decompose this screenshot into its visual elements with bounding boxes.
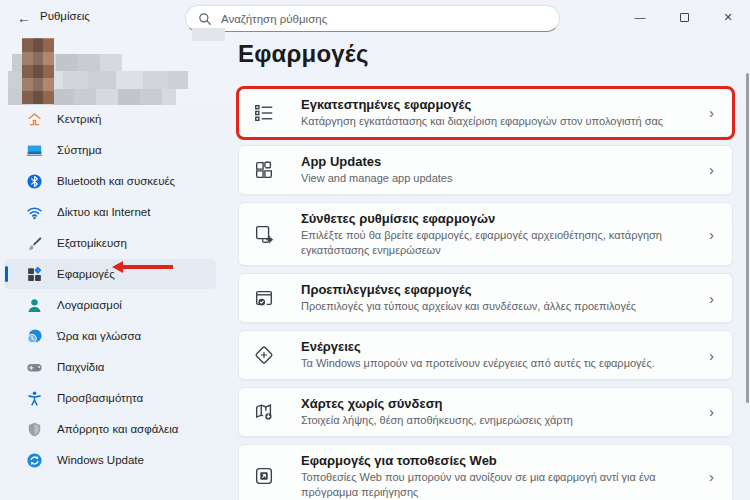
card-text: App Updates View and manage app updates bbox=[301, 154, 709, 186]
settings-window: { "window": { "title": "Ρυθμίσεις", "bac… bbox=[0, 0, 750, 500]
actions-icon bbox=[253, 344, 275, 366]
advanced-app-settings-icon bbox=[253, 223, 275, 245]
home-icon bbox=[26, 111, 43, 128]
main-content: Εφαρμογές Εγκατεστημένες εφαρμογές Κατάρ… bbox=[238, 40, 733, 500]
card-app-updates[interactable]: App Updates View and manage app updates … bbox=[238, 145, 733, 195]
close-button[interactable]: ✕ bbox=[706, 0, 750, 34]
sidebar-item-label: Απόρρητο και ασφάλεια bbox=[57, 423, 178, 435]
card-subtitle: Κατάργηση εγκατάστασης και διαχείριση εφ… bbox=[301, 114, 689, 129]
card-title: Ενέργειες bbox=[301, 339, 689, 354]
default-apps-icon bbox=[253, 287, 275, 309]
card-subtitle: Τοποθεσίες Web που μπορούν να ανοίξουν σ… bbox=[301, 470, 689, 500]
minimize-button[interactable]: — bbox=[618, 0, 662, 34]
sidebar-nav: Κεντρική Σύστημα Bluetooth και συσκευές … bbox=[0, 104, 220, 476]
card-title: Εγκατεστημένες εφαρμογές bbox=[301, 97, 689, 112]
installed-apps-icon bbox=[253, 102, 275, 124]
bluetooth-icon bbox=[26, 173, 43, 190]
sidebar-item-accounts[interactable]: Λογαριασμοί bbox=[4, 290, 216, 320]
sidebar-item-privacy-security[interactable]: Απόρρητο και ασφάλεια bbox=[4, 414, 216, 444]
privacy-shield-icon bbox=[26, 421, 43, 438]
sidebar-item-label: Σύστημα bbox=[57, 144, 102, 156]
card-actions[interactable]: Ενέργειες Τα Windows μπορούν να προτείνο… bbox=[238, 330, 733, 380]
card-text: Χάρτες χωρίς σύνδεση Στοιχεία λήψης, θέσ… bbox=[301, 396, 709, 428]
page-title: Εφαρμογές bbox=[238, 40, 733, 68]
titlebar: ← Ρυθμίσεις — ✕ bbox=[0, 0, 750, 36]
back-button[interactable]: ← bbox=[12, 7, 36, 29]
card-text: Εγκατεστημένες εφαρμογές Κατάργηση εγκατ… bbox=[301, 97, 709, 129]
sidebar-item-personalization[interactable]: Εξατομίκευση bbox=[4, 228, 216, 258]
sidebar-item-label: Παιχνίδια bbox=[57, 361, 104, 373]
chevron-right-icon: › bbox=[709, 347, 718, 364]
sidebar-item-label: Κεντρική bbox=[57, 113, 101, 125]
card-default-apps[interactable]: Προεπιλεγμένες εφαρμογές Προεπιλογές για… bbox=[238, 273, 733, 323]
sidebar-item-label: Bluetooth και συσκευές bbox=[57, 175, 175, 187]
chevron-right-icon: › bbox=[709, 290, 718, 307]
windows-update-icon bbox=[26, 452, 43, 469]
time-language-icon bbox=[26, 328, 43, 345]
sidebar-item-system[interactable]: Σύστημα bbox=[4, 135, 216, 165]
card-installed-apps[interactable]: Εγκατεστημένες εφαρμογές Κατάργηση εγκατ… bbox=[238, 88, 733, 138]
card-subtitle: View and manage app updates bbox=[301, 171, 689, 186]
card-subtitle: Τα Windows μπορούν να προτείνουν ενέργει… bbox=[301, 356, 689, 371]
maximize-icon bbox=[680, 13, 689, 22]
offline-maps-icon bbox=[253, 401, 275, 423]
card-text: Προεπιλεγμένες εφαρμογές Προεπιλογές για… bbox=[301, 282, 709, 314]
sidebar-item-windows-update[interactable]: Windows Update bbox=[4, 445, 216, 475]
card-offline-maps[interactable]: Χάρτες χωρίς σύνδεση Στοιχεία λήψης, θέσ… bbox=[238, 387, 733, 437]
sidebar: Κεντρική Σύστημα Bluetooth και συσκευές … bbox=[0, 36, 220, 500]
sidebar-item-label: Ώρα και γλώσσα bbox=[57, 330, 141, 342]
card-title: Σύνθετες ρυθμίσεις εφαρμογών bbox=[301, 211, 689, 226]
system-icon bbox=[26, 142, 43, 159]
maximize-button[interactable] bbox=[662, 0, 706, 34]
blurred-block bbox=[192, 28, 225, 41]
sidebar-item-label: Εξατομίκευση bbox=[57, 237, 127, 249]
sidebar-item-label: Προσβασιμότητα bbox=[57, 392, 143, 404]
card-subtitle: Προεπιλογές για τύπους αρχείων και συνδέ… bbox=[301, 299, 689, 314]
sidebar-item-label: Λογαριασμοί bbox=[57, 299, 122, 311]
card-text: Εφαρμογές για τοποθεσίες Web Τοποθεσίες … bbox=[301, 453, 709, 500]
apps-for-websites-icon bbox=[253, 465, 275, 487]
sidebar-item-bluetooth[interactable]: Bluetooth και συσκευές bbox=[4, 166, 216, 196]
search-icon bbox=[198, 12, 212, 26]
scrollbar-thumb[interactable] bbox=[746, 73, 749, 403]
card-text: Ενέργειες Τα Windows μπορούν να προτείνο… bbox=[301, 339, 709, 371]
window-controls: — ✕ bbox=[618, 0, 750, 34]
avatar bbox=[22, 38, 54, 104]
search-box[interactable] bbox=[185, 5, 560, 32]
chevron-right-icon: › bbox=[709, 403, 718, 420]
card-subtitle: Επιλέξτε πού θα βρείτε εφαρμογές, εφαρμο… bbox=[301, 228, 689, 258]
card-title: Προεπιλεγμένες εφαρμογές bbox=[301, 282, 689, 297]
chevron-right-icon: › bbox=[709, 468, 718, 485]
card-subtitle: Στοιχεία λήψης, θέση αποθήκευσης, ενημερ… bbox=[301, 413, 689, 428]
search-input[interactable] bbox=[221, 13, 547, 25]
card-apps-for-websites[interactable]: Εφαρμογές για τοποθεσίες Web Τοποθεσίες … bbox=[238, 444, 733, 500]
gaming-icon bbox=[26, 359, 43, 376]
card-title: Χάρτες χωρίς σύνδεση bbox=[301, 396, 689, 411]
app-updates-icon bbox=[253, 159, 275, 181]
card-advanced-app-settings[interactable]: Σύνθετες ρυθμίσεις εφαρμογών Επιλέξτε πο… bbox=[238, 202, 733, 267]
card-title: App Updates bbox=[301, 154, 689, 169]
chevron-right-icon: › bbox=[709, 161, 718, 178]
sidebar-item-label: Εφαρμογές bbox=[57, 268, 115, 280]
network-icon bbox=[26, 204, 43, 221]
sidebar-item-apps[interactable]: Εφαρμογές bbox=[4, 259, 216, 289]
sidebar-item-label: Windows Update bbox=[57, 454, 144, 466]
accounts-icon bbox=[26, 297, 43, 314]
card-title: Εφαρμογές για τοποθεσίες Web bbox=[301, 453, 689, 468]
sidebar-item-network[interactable]: Δίκτυο και Internet bbox=[4, 197, 216, 227]
chevron-right-icon: › bbox=[709, 226, 718, 243]
sidebar-item-accessibility[interactable]: Προσβασιμότητα bbox=[4, 383, 216, 413]
card-text: Σύνθετες ρυθμίσεις εφαρμογών Επιλέξτε πο… bbox=[301, 211, 709, 258]
sidebar-item-gaming[interactable]: Παιχνίδια bbox=[4, 352, 216, 382]
accessibility-icon bbox=[26, 390, 43, 407]
sidebar-item-home[interactable]: Κεντρική bbox=[4, 104, 216, 134]
personalization-icon bbox=[26, 235, 43, 252]
sidebar-item-time-language[interactable]: Ώρα και γλώσσα bbox=[4, 321, 216, 351]
annotation-arrow bbox=[123, 265, 173, 269]
apps-icon bbox=[26, 266, 43, 283]
sidebar-item-label: Δίκτυο και Internet bbox=[57, 206, 150, 218]
window-title: Ρυθμίσεις bbox=[40, 10, 90, 22]
chevron-right-icon: › bbox=[709, 104, 718, 121]
